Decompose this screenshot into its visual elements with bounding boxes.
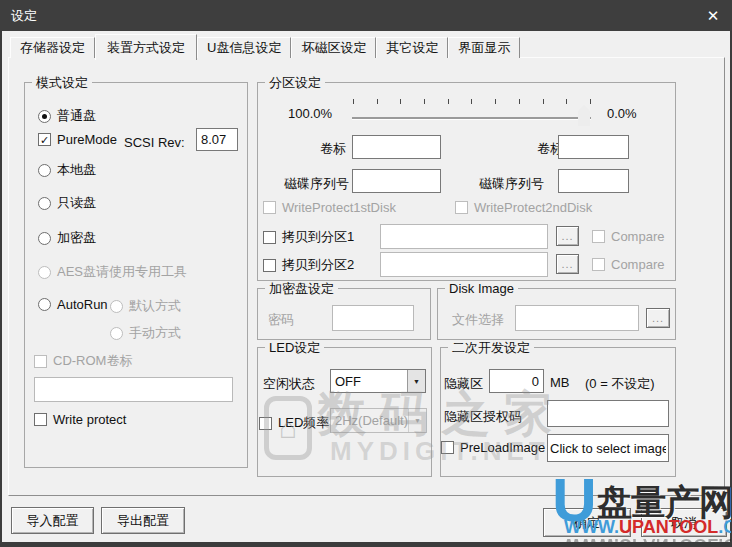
radio-autorun-manual: 手动方式 xyxy=(110,324,181,342)
titlebar: 设定 ✕ xyxy=(0,0,732,31)
partition-right-percent: 0.0% xyxy=(607,106,637,121)
radio-dot[interactable] xyxy=(38,197,51,210)
scsi-rev-input[interactable] xyxy=(196,128,238,151)
ok-button[interactable]: 确定 xyxy=(543,508,631,537)
checkbox-copy-to-partition-1[interactable]: 拷贝到分区1 xyxy=(263,228,354,246)
checkbox-box[interactable] xyxy=(263,259,276,272)
tab-bar: 存储器设定 装置方式设定 U盘信息设定 坏磁区设定 其它设定 界面显示 xyxy=(10,34,520,58)
radio-normal-disk[interactable]: 普通盘 xyxy=(38,107,96,125)
tab-ui-display[interactable]: 界面显示 xyxy=(448,37,520,58)
group-partition-legend: 分区设定 xyxy=(265,75,325,90)
file-select-label: 文件选择 xyxy=(452,311,504,329)
checkbox-box[interactable] xyxy=(259,417,272,430)
tab-other-settings[interactable]: 其它设定 xyxy=(376,37,448,58)
checkbox-box xyxy=(592,230,605,243)
radio-dot xyxy=(110,327,123,340)
checkbox-box[interactable] xyxy=(34,413,47,426)
ellipsis-icon: ... xyxy=(561,258,573,270)
serial-number-2-input[interactable] xyxy=(558,169,629,193)
radio-dot xyxy=(38,266,51,279)
radio-autorun[interactable]: AutoRun xyxy=(38,297,108,312)
radio-readonly-disk[interactable]: 只读盘 xyxy=(38,194,96,212)
auth-code-input[interactable] xyxy=(547,400,669,427)
dropdown-arrow-icon[interactable]: ▼ xyxy=(407,370,425,392)
scsi-rev-label: SCSI Rev: xyxy=(124,135,185,150)
idle-state-label: 空闲状态 xyxy=(263,375,315,393)
radio-dot[interactable] xyxy=(38,298,51,311)
check-icon: ✓ xyxy=(40,135,49,145)
checkbox-box[interactable] xyxy=(441,441,454,454)
checkbox-puremode[interactable]: ✓ PureMode xyxy=(38,132,117,147)
checkbox-compare-2: Compare xyxy=(592,257,664,272)
volume-label-1-label: 卷标 xyxy=(320,140,346,158)
group-encrypted-legend: 加密盘设定 xyxy=(265,281,338,296)
window-bottom-border xyxy=(0,542,732,547)
radio-dot[interactable] xyxy=(38,164,51,177)
auth-code-label: 隐藏区授权码 xyxy=(444,408,522,426)
settings-window: 设定 ✕ 存储器设定 装置方式设定 U盘信息设定 坏磁区设定 其它设定 界面显示… xyxy=(0,0,732,547)
hidden-area-hint: (0 = 不设定) xyxy=(585,375,655,393)
group-led-legend: LED设定 xyxy=(265,340,324,355)
partition-left-percent: 100.0% xyxy=(288,106,332,121)
checkbox-box xyxy=(592,258,605,271)
mb-unit-label: MB xyxy=(550,375,570,390)
led-frequency-select: 2Hz(Default) ▼ xyxy=(330,408,427,433)
tab-storage[interactable]: 存储器设定 xyxy=(10,37,95,58)
browse-partition-1-button[interactable]: ... xyxy=(556,226,579,246)
group-mode-legend: 模式设定 xyxy=(32,75,92,90)
group-disk-image-legend: Disk Image xyxy=(445,281,518,296)
partition-slider-ticks xyxy=(353,99,591,104)
ellipsis-icon: ... xyxy=(652,312,664,324)
checkbox-compare-1: Compare xyxy=(592,229,664,244)
radio-local-disk[interactable]: 本地盘 xyxy=(38,161,96,179)
checkbox-preload-image[interactable]: PreLoadImage xyxy=(441,440,545,455)
password-label: 密码 xyxy=(268,311,294,329)
radio-dot[interactable] xyxy=(38,110,51,123)
tab-device-mode[interactable]: 装置方式设定 xyxy=(95,34,197,60)
idle-state-select[interactable]: OFF ▼ xyxy=(330,369,426,393)
checkbox-box xyxy=(263,201,276,214)
cdrom-volume-input xyxy=(34,377,233,402)
close-button[interactable]: ✕ xyxy=(698,0,728,31)
checkbox-writeprotect-1st-disk: WriteProtect1stDisk xyxy=(263,200,396,215)
checkbox-write-protect[interactable]: Write protect xyxy=(34,412,126,427)
serial-number-2-label: 磁碟序列号 xyxy=(479,175,544,193)
cancel-button[interactable]: 取消 xyxy=(641,508,727,537)
copy-to-partition-1-input xyxy=(380,224,548,249)
serial-number-1-label: 磁碟序列号 xyxy=(284,175,349,193)
checkbox-box xyxy=(34,355,47,368)
copy-to-partition-2-input xyxy=(380,252,548,277)
export-config-button[interactable]: 导出配置 xyxy=(101,507,185,534)
browse-disk-image-button: ... xyxy=(646,308,670,328)
radio-aes-disk: AES盘请使用专用工具 xyxy=(38,263,187,281)
radio-dot[interactable] xyxy=(38,232,51,245)
dropdown-arrow-icon: ▼ xyxy=(408,409,426,432)
password-input xyxy=(332,305,414,331)
tab-udisk-info[interactable]: U盘信息设定 xyxy=(197,37,291,58)
radio-autorun-default: 默认方式 xyxy=(110,297,181,315)
checkbox-box[interactable] xyxy=(263,231,276,244)
volume-label-2-input[interactable] xyxy=(558,135,629,159)
checkbox-writeprotect-2nd-disk: WriteProtect2ndDisk xyxy=(455,200,592,215)
serial-number-1-input[interactable] xyxy=(352,169,441,193)
browse-partition-2-button[interactable]: ... xyxy=(556,254,579,274)
volume-label-1-input[interactable] xyxy=(352,135,441,159)
checkbox-box[interactable]: ✓ xyxy=(38,133,51,146)
checkbox-led-frequency[interactable]: LED频率 xyxy=(259,414,329,432)
radio-encrypted-disk[interactable]: 加密盘 xyxy=(38,229,96,247)
radio-dot xyxy=(110,300,123,313)
hidden-area-input[interactable] xyxy=(489,369,544,393)
window-title: 设定 xyxy=(11,7,37,25)
checkbox-copy-to-partition-2[interactable]: 拷贝到分区2 xyxy=(263,256,354,274)
file-select-input xyxy=(515,305,639,331)
tab-bad-block[interactable]: 坏磁区设定 xyxy=(291,37,376,58)
partition-slider-track[interactable] xyxy=(352,117,591,119)
group-secondary-dev-legend: 二次开发设定 xyxy=(448,340,534,355)
checkbox-box xyxy=(455,201,468,214)
preload-image-input[interactable] xyxy=(547,434,669,462)
checkbox-cdrom-label: CD-ROM卷标 xyxy=(34,352,132,370)
close-icon: ✕ xyxy=(707,7,720,25)
ellipsis-icon: ... xyxy=(561,230,573,242)
import-config-button[interactable]: 导入配置 xyxy=(11,507,94,534)
hidden-area-label: 隐藏区 xyxy=(444,375,483,393)
